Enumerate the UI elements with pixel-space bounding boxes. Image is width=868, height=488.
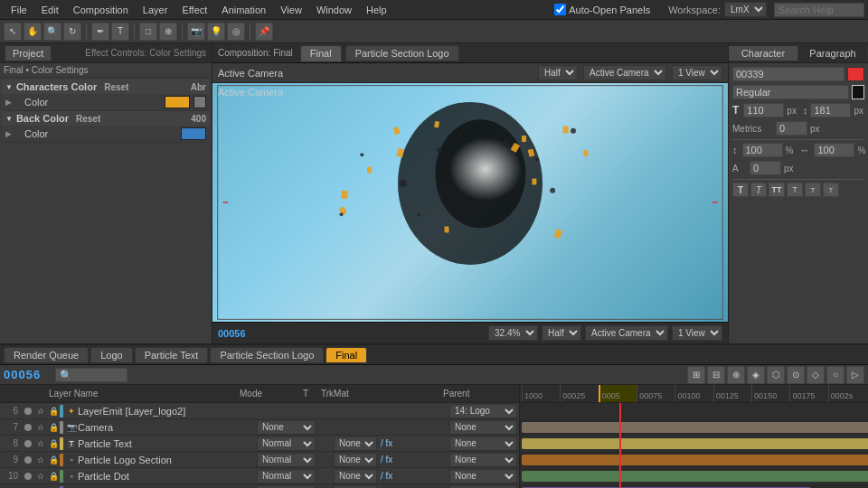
layer-11-mode-select[interactable]: Normal bbox=[257, 485, 316, 489]
menu-layer[interactable]: Layer bbox=[136, 0, 175, 19]
expand-backcolor-color-icon[interactable]: ▶ bbox=[5, 129, 12, 138]
tl-tab-particle-text[interactable]: Particle Text bbox=[135, 347, 209, 363]
layer-10-trkmat-select[interactable]: None bbox=[334, 469, 377, 483]
tool-light[interactable]: 💡 bbox=[207, 23, 225, 41]
tool-text[interactable]: T bbox=[111, 23, 129, 41]
layer-10-lock[interactable]: 🔒 bbox=[47, 470, 60, 483]
baseline-input[interactable] bbox=[750, 161, 781, 175]
characters-reset-btn[interactable]: Reset bbox=[104, 82, 128, 92]
workspace-select[interactable]: LmX bbox=[724, 2, 767, 17]
timeline-search-input[interactable] bbox=[55, 368, 127, 382]
auto-open-panels-checkbox[interactable] bbox=[554, 4, 566, 15]
layer-6-solo[interactable]: ☆ bbox=[34, 405, 47, 418]
layer-8-parent-select[interactable]: None bbox=[449, 436, 517, 451]
text-color-swatch[interactable] bbox=[847, 67, 864, 81]
layer-9-vis[interactable] bbox=[22, 454, 34, 466]
expand-characters-icon[interactable]: ▼ bbox=[5, 83, 13, 91]
characters-color-swatch-orange[interactable] bbox=[165, 96, 190, 108]
font-size-input[interactable] bbox=[743, 103, 784, 117]
view-select[interactable]: Active Camera bbox=[583, 65, 666, 80]
layer-8-name[interactable]: Particle Text bbox=[78, 438, 257, 449]
tl-btn-3[interactable]: ⊕ bbox=[727, 366, 745, 384]
tl-btn-6[interactable]: ⊙ bbox=[787, 366, 805, 384]
layer-9-solo[interactable]: ☆ bbox=[34, 454, 47, 466]
menu-composition[interactable]: Composition bbox=[66, 0, 136, 19]
tl-tab-logo[interactable]: Logo bbox=[90, 347, 132, 363]
tl-btn-4[interactable]: ◈ bbox=[747, 366, 765, 384]
type-smallcaps-btn[interactable]: T bbox=[787, 183, 803, 197]
layer-10-parent-select[interactable]: None bbox=[449, 469, 517, 483]
layer-9-mode-select[interactable]: Normal bbox=[257, 453, 316, 467]
tl-tab-particle-section[interactable]: Particle Section Logo bbox=[210, 347, 324, 363]
layer-8-vis[interactable] bbox=[22, 437, 34, 450]
layer-8-mode-select[interactable]: Normal bbox=[257, 436, 316, 451]
layer-6-name[interactable]: LayerEmit [Layer_logo2] bbox=[78, 406, 257, 417]
layer-9-name[interactable]: Particle Logo Section bbox=[78, 455, 257, 465]
comp-tab-particle[interactable]: Particle Section Logo bbox=[345, 45, 459, 61]
layer-9-lock[interactable]: 🔒 bbox=[47, 454, 60, 466]
layer-9-trkmat-select[interactable]: None bbox=[334, 453, 377, 467]
layer-7-lock[interactable]: 🔒 bbox=[47, 421, 60, 434]
type-sub-btn[interactable]: T bbox=[823, 183, 839, 197]
layer-6-vis[interactable] bbox=[22, 405, 34, 418]
tool-select[interactable]: ↖ bbox=[4, 23, 22, 41]
menu-edit[interactable]: Edit bbox=[34, 0, 66, 19]
layer-9-parent-select[interactable]: None bbox=[449, 453, 517, 467]
layer-10-solo[interactable]: ☆ bbox=[34, 470, 47, 483]
text-stroke-swatch[interactable] bbox=[852, 85, 864, 99]
menu-file[interactable]: File bbox=[4, 0, 34, 19]
tool-pin[interactable]: 📌 bbox=[255, 23, 273, 41]
multiview-select[interactable]: 1 View bbox=[672, 65, 722, 80]
layer-8-trkmat-select[interactable]: None bbox=[334, 436, 377, 451]
tool-zoom[interactable]: 🔍 bbox=[43, 23, 61, 41]
layer-7-solo[interactable]: ☆ bbox=[34, 421, 47, 434]
tool-pen[interactable]: ✒ bbox=[91, 23, 109, 41]
tool-null[interactable]: ◎ bbox=[227, 23, 245, 41]
type-italic-btn[interactable]: T bbox=[750, 183, 767, 197]
back-color-swatch-blue[interactable] bbox=[181, 127, 206, 140]
tool-clone[interactable]: ⊕ bbox=[159, 23, 177, 41]
layer-6-lock[interactable]: 🔒 bbox=[47, 405, 60, 418]
tab-character[interactable]: Character bbox=[729, 46, 798, 61]
menu-help[interactable]: Help bbox=[359, 0, 394, 19]
menu-view[interactable]: View bbox=[273, 0, 309, 19]
menu-window[interactable]: Window bbox=[309, 0, 359, 19]
type-bold-btn[interactable]: T bbox=[732, 183, 749, 197]
layer-7-mode-select[interactable]: None bbox=[257, 420, 316, 435]
vert-scale-input[interactable] bbox=[742, 143, 783, 157]
layer-6-parent-select[interactable]: 14: Logo bbox=[449, 404, 517, 418]
tl-btn-8[interactable]: ○ bbox=[826, 366, 844, 384]
font-name-input[interactable] bbox=[732, 67, 844, 81]
search-help-input[interactable] bbox=[774, 3, 864, 17]
tool-camera[interactable]: 📷 bbox=[187, 23, 205, 41]
layer-7-parent-select[interactable]: None bbox=[449, 420, 517, 435]
tl-btn-5[interactable]: ⬡ bbox=[767, 366, 785, 384]
layer-10-vis[interactable] bbox=[22, 470, 34, 483]
comp-tab-final[interactable]: Final bbox=[300, 45, 342, 61]
menu-animation[interactable]: Animation bbox=[214, 0, 273, 19]
comp-view-count-select[interactable]: 1 View bbox=[672, 325, 722, 341]
expand-backcolor-icon[interactable]: ▼ bbox=[5, 115, 13, 123]
tool-rotate[interactable]: ↻ bbox=[63, 23, 81, 41]
tl-btn-7[interactable]: ◇ bbox=[807, 366, 825, 384]
zoom-select[interactable]: Half bbox=[538, 65, 578, 80]
type-allcaps-btn[interactable]: TT bbox=[769, 183, 785, 197]
tl-btn-2[interactable]: ⊟ bbox=[707, 366, 725, 384]
tracking-input[interactable] bbox=[776, 121, 807, 136]
back-color-reset-btn[interactable]: Reset bbox=[76, 114, 100, 124]
expand-color-icon[interactable]: ▶ bbox=[5, 98, 12, 107]
font-style-input[interactable] bbox=[732, 85, 849, 99]
tool-hand[interactable]: ✋ bbox=[24, 23, 42, 41]
layer-7-vis[interactable] bbox=[22, 421, 34, 434]
characters-color-swatch-gray[interactable] bbox=[193, 96, 206, 108]
comp-zoom-select[interactable]: 32.4% bbox=[488, 325, 538, 341]
tab-project[interactable]: Project bbox=[5, 46, 52, 61]
tab-paragraph[interactable]: Paragraph bbox=[798, 46, 868, 61]
layer-7-name[interactable]: Camera bbox=[78, 422, 257, 433]
tl-btn-1[interactable]: ⊞ bbox=[687, 366, 705, 384]
horiz-scale-input[interactable] bbox=[814, 143, 854, 157]
comp-camera-select[interactable]: Active Camera bbox=[585, 325, 668, 341]
layer-10-mode-select[interactable]: Normal bbox=[257, 469, 316, 483]
tool-shape[interactable]: □ bbox=[139, 23, 157, 41]
layer-8-solo[interactable]: ☆ bbox=[34, 437, 47, 450]
